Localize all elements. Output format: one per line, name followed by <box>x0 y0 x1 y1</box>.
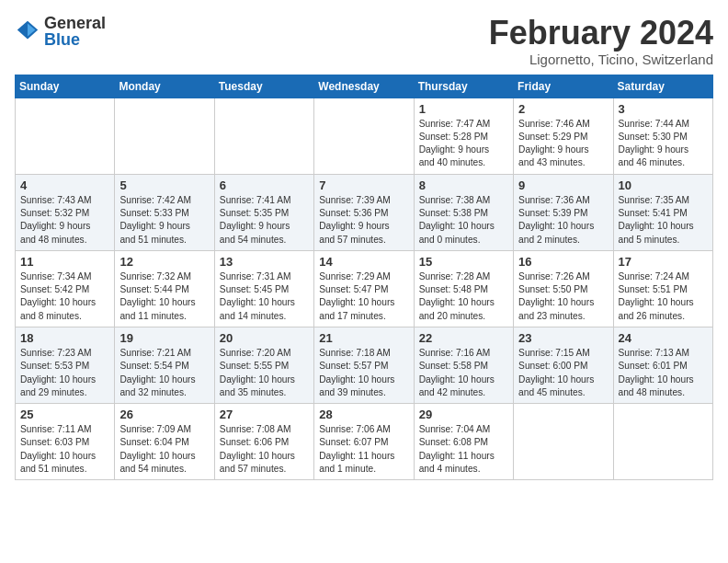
title-area: February 2024 Ligornetto, Ticino, Switze… <box>489 15 713 67</box>
weekday-header-friday: Friday <box>514 75 613 98</box>
day-number: 3 <box>619 102 708 116</box>
day-info: Sunrise: 7:09 AM Sunset: 6:04 PM Dayligh… <box>119 423 209 476</box>
day-number: 9 <box>518 178 608 192</box>
calendar-cell: 27Sunrise: 7:08 AM Sunset: 6:06 PM Dayli… <box>214 404 313 480</box>
calendar-cell: 16Sunrise: 7:26 AM Sunset: 5:50 PM Dayli… <box>514 250 613 327</box>
day-number: 2 <box>518 102 608 116</box>
day-info: Sunrise: 7:21 AM Sunset: 5:54 PM Dayligh… <box>119 347 209 399</box>
day-number: 20 <box>220 331 309 345</box>
day-info: Sunrise: 7:08 AM Sunset: 6:06 PM Dayligh… <box>220 423 309 476</box>
page-header: General Blue February 2024 Ligornetto, T… <box>15 15 713 67</box>
calendar-cell: 12Sunrise: 7:32 AM Sunset: 5:44 PM Dayli… <box>115 250 214 327</box>
day-number: 23 <box>518 331 608 345</box>
week-row-1: 1Sunrise: 7:47 AM Sunset: 5:28 PM Daylig… <box>16 98 713 174</box>
calendar-cell <box>314 98 414 174</box>
calendar-cell: 4Sunrise: 7:43 AM Sunset: 5:32 PM Daylig… <box>16 174 115 250</box>
weekday-header-sunday: Sunday <box>16 75 115 98</box>
calendar-cell <box>115 98 214 174</box>
calendar-cell: 11Sunrise: 7:34 AM Sunset: 5:42 PM Dayli… <box>16 250 115 327</box>
day-number: 7 <box>319 178 408 192</box>
calendar-cell: 18Sunrise: 7:23 AM Sunset: 5:53 PM Dayli… <box>16 327 115 403</box>
day-info: Sunrise: 7:32 AM Sunset: 5:44 PM Dayligh… <box>119 270 209 323</box>
calendar-cell <box>514 404 613 480</box>
calendar-cell: 1Sunrise: 7:47 AM Sunset: 5:28 PM Daylig… <box>414 98 513 174</box>
day-info: Sunrise: 7:44 AM Sunset: 5:30 PM Dayligh… <box>619 118 708 170</box>
day-number: 19 <box>119 331 209 345</box>
calendar-cell: 13Sunrise: 7:31 AM Sunset: 5:45 PM Dayli… <box>214 250 313 327</box>
day-number: 1 <box>419 102 508 116</box>
day-info: Sunrise: 7:35 AM Sunset: 5:41 PM Dayligh… <box>619 194 708 247</box>
calendar-cell: 9Sunrise: 7:36 AM Sunset: 5:39 PM Daylig… <box>514 174 613 250</box>
calendar-cell: 29Sunrise: 7:04 AM Sunset: 6:08 PM Dayli… <box>414 404 513 480</box>
weekday-header-saturday: Saturday <box>613 75 712 98</box>
calendar-cell: 17Sunrise: 7:24 AM Sunset: 5:51 PM Dayli… <box>613 250 712 327</box>
day-number: 21 <box>319 331 408 345</box>
day-info: Sunrise: 7:18 AM Sunset: 5:57 PM Dayligh… <box>319 347 408 399</box>
weekday-header-row: SundayMondayTuesdayWednesdayThursdayFrid… <box>16 75 713 98</box>
weekday-header-wednesday: Wednesday <box>314 75 414 98</box>
day-info: Sunrise: 7:36 AM Sunset: 5:39 PM Dayligh… <box>518 194 608 247</box>
logo: General Blue <box>15 15 106 48</box>
day-info: Sunrise: 7:15 AM Sunset: 6:00 PM Dayligh… <box>518 347 608 399</box>
day-info: Sunrise: 7:46 AM Sunset: 5:29 PM Dayligh… <box>518 118 608 170</box>
calendar-cell <box>16 98 115 174</box>
day-info: Sunrise: 7:13 AM Sunset: 6:01 PM Dayligh… <box>619 347 708 399</box>
calendar-cell: 23Sunrise: 7:15 AM Sunset: 6:00 PM Dayli… <box>514 327 613 403</box>
day-number: 27 <box>220 408 309 421</box>
day-number: 18 <box>20 331 109 345</box>
day-number: 4 <box>20 178 109 192</box>
day-info: Sunrise: 7:26 AM Sunset: 5:50 PM Dayligh… <box>518 270 608 323</box>
day-number: 24 <box>619 331 708 345</box>
day-number: 16 <box>518 255 608 269</box>
day-info: Sunrise: 7:24 AM Sunset: 5:51 PM Dayligh… <box>619 270 708 323</box>
day-number: 26 <box>119 408 209 421</box>
calendar-cell: 6Sunrise: 7:41 AM Sunset: 5:35 PM Daylig… <box>214 174 313 250</box>
calendar-cell: 2Sunrise: 7:46 AM Sunset: 5:29 PM Daylig… <box>514 98 613 174</box>
day-number: 28 <box>319 408 408 421</box>
day-number: 25 <box>20 408 109 421</box>
calendar-cell: 5Sunrise: 7:42 AM Sunset: 5:33 PM Daylig… <box>115 174 214 250</box>
day-info: Sunrise: 7:28 AM Sunset: 5:48 PM Dayligh… <box>419 270 508 323</box>
calendar-cell: 26Sunrise: 7:09 AM Sunset: 6:04 PM Dayli… <box>115 404 214 480</box>
day-number: 10 <box>619 178 708 192</box>
day-number: 22 <box>419 331 508 345</box>
day-info: Sunrise: 7:23 AM Sunset: 5:53 PM Dayligh… <box>20 347 109 399</box>
day-info: Sunrise: 7:31 AM Sunset: 5:45 PM Dayligh… <box>220 270 309 323</box>
day-number: 15 <box>419 255 508 269</box>
calendar-cell <box>214 98 313 174</box>
day-info: Sunrise: 7:47 AM Sunset: 5:28 PM Dayligh… <box>419 118 508 170</box>
calendar-cell: 14Sunrise: 7:29 AM Sunset: 5:47 PM Dayli… <box>314 250 414 327</box>
day-number: 17 <box>619 255 708 269</box>
calendar-cell: 7Sunrise: 7:39 AM Sunset: 5:36 PM Daylig… <box>314 174 414 250</box>
day-number: 12 <box>119 255 209 269</box>
week-row-2: 4Sunrise: 7:43 AM Sunset: 5:32 PM Daylig… <box>16 174 713 250</box>
calendar-table: SundayMondayTuesdayWednesdayThursdayFrid… <box>15 75 713 481</box>
day-info: Sunrise: 7:39 AM Sunset: 5:36 PM Dayligh… <box>319 194 408 247</box>
logo-text: General Blue <box>44 15 106 48</box>
weekday-header-monday: Monday <box>115 75 214 98</box>
day-info: Sunrise: 7:38 AM Sunset: 5:38 PM Dayligh… <box>419 194 508 247</box>
day-info: Sunrise: 7:16 AM Sunset: 5:58 PM Dayligh… <box>419 347 508 399</box>
day-info: Sunrise: 7:29 AM Sunset: 5:47 PM Dayligh… <box>319 270 408 323</box>
day-number: 11 <box>20 255 109 269</box>
month-year: February 2024 <box>489 15 713 52</box>
day-info: Sunrise: 7:42 AM Sunset: 5:33 PM Dayligh… <box>119 194 209 247</box>
weekday-header-tuesday: Tuesday <box>214 75 313 98</box>
weekday-header-thursday: Thursday <box>414 75 513 98</box>
day-number: 13 <box>220 255 309 269</box>
week-row-4: 18Sunrise: 7:23 AM Sunset: 5:53 PM Dayli… <box>16 327 713 403</box>
day-info: Sunrise: 7:06 AM Sunset: 6:07 PM Dayligh… <box>319 423 408 476</box>
calendar-cell: 19Sunrise: 7:21 AM Sunset: 5:54 PM Dayli… <box>115 327 214 403</box>
calendar-cell: 22Sunrise: 7:16 AM Sunset: 5:58 PM Dayli… <box>414 327 513 403</box>
week-row-5: 25Sunrise: 7:11 AM Sunset: 6:03 PM Dayli… <box>16 404 713 480</box>
logo-icon <box>15 18 40 44</box>
calendar-cell: 3Sunrise: 7:44 AM Sunset: 5:30 PM Daylig… <box>613 98 712 174</box>
week-row-3: 11Sunrise: 7:34 AM Sunset: 5:42 PM Dayli… <box>16 250 713 327</box>
location: Ligornetto, Ticino, Switzerland <box>489 52 713 67</box>
calendar-body: 1Sunrise: 7:47 AM Sunset: 5:28 PM Daylig… <box>16 98 713 480</box>
day-number: 29 <box>419 408 508 421</box>
calendar-cell: 10Sunrise: 7:35 AM Sunset: 5:41 PM Dayli… <box>613 174 712 250</box>
calendar-cell: 20Sunrise: 7:20 AM Sunset: 5:55 PM Dayli… <box>214 327 313 403</box>
day-info: Sunrise: 7:04 AM Sunset: 6:08 PM Dayligh… <box>419 423 508 476</box>
day-info: Sunrise: 7:20 AM Sunset: 5:55 PM Dayligh… <box>220 347 309 399</box>
